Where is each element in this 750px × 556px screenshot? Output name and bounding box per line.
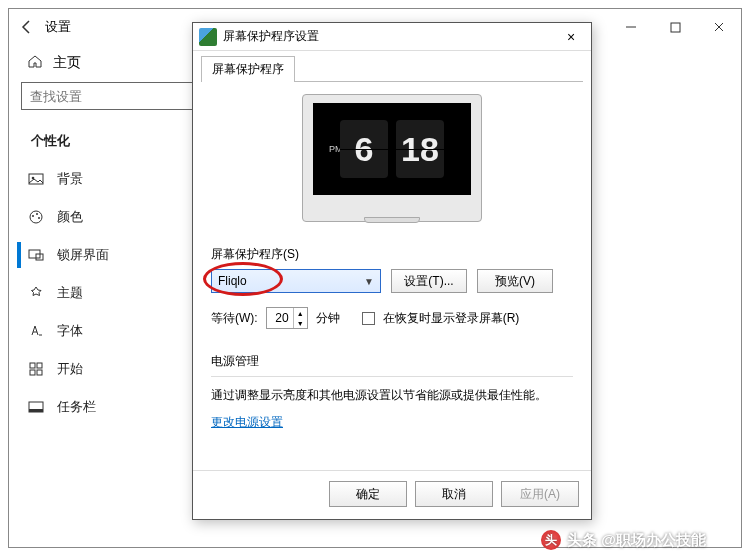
svg-point-5 <box>36 213 38 215</box>
svg-rect-0 <box>671 23 680 32</box>
arrow-left-icon <box>19 19 35 35</box>
saver-settings-button[interactable]: 设置(T)... <box>391 269 467 293</box>
maximize-icon <box>670 22 681 33</box>
svg-point-6 <box>38 217 40 219</box>
wait-value: 20 <box>267 308 293 328</box>
ok-button[interactable]: 确定 <box>329 481 407 507</box>
maximize-button[interactable] <box>653 9 697 45</box>
taskbar-icon <box>27 398 45 416</box>
tabbar: 屏幕保护程序 <box>193 51 591 81</box>
sidebar-item-label: 任务栏 <box>57 398 96 416</box>
svg-rect-12 <box>37 370 42 375</box>
svg-rect-9 <box>30 363 35 368</box>
monitor-stand <box>364 217 420 223</box>
dialog-close-button[interactable]: × <box>557 26 585 48</box>
sidebar-item-label: 锁屏界面 <box>57 246 109 264</box>
home-icon <box>27 53 43 72</box>
image-icon <box>27 170 45 188</box>
minimize-button[interactable] <box>609 9 653 45</box>
saver-group: 屏幕保护程序(S) Fliqlo ▼ 设置(T)... 预览(V) 等待(W):… <box>211 246 573 329</box>
svg-rect-10 <box>37 363 42 368</box>
wait-label: 等待(W): <box>211 310 258 327</box>
wait-spinner[interactable]: 20 ▲▼ <box>266 307 308 329</box>
lockscreen-icon <box>27 246 45 264</box>
saver-row: Fliqlo ▼ 设置(T)... 预览(V) <box>211 269 573 293</box>
sidebar-item-label: 背景 <box>57 170 83 188</box>
tab-screensaver[interactable]: 屏幕保护程序 <box>201 56 295 82</box>
flip-minute: 18 <box>396 120 444 178</box>
close-button[interactable] <box>697 9 741 45</box>
font-icon <box>27 322 45 340</box>
flip-hour: 6 <box>340 120 388 178</box>
home-label: 主页 <box>53 54 81 72</box>
back-button[interactable] <box>9 9 45 45</box>
watermark: 头 头条 @职场办公技能 <box>541 530 706 550</box>
sidebar-item-label: 颜色 <box>57 208 83 226</box>
close-icon <box>713 21 725 33</box>
svg-rect-11 <box>30 370 35 375</box>
sidebar-item-label: 主题 <box>57 284 83 302</box>
saver-combo-wrap: Fliqlo ▼ <box>211 269 381 293</box>
watermark-icon: 头 <box>541 530 561 550</box>
apply-button[interactable]: 应用(A) <box>501 481 579 507</box>
minimize-icon <box>625 21 637 33</box>
dialog-titlebar: 屏幕保护程序设置 × <box>193 23 591 51</box>
sidebar-item-label: 开始 <box>57 360 83 378</box>
power-text: 通过调整显示亮度和其他电源设置以节省能源或提供最佳性能。 <box>211 387 573 404</box>
power-group: 电源管理 通过调整显示亮度和其他电源设置以节省能源或提供最佳性能。 更改电源设置 <box>211 347 573 431</box>
separator <box>211 376 573 377</box>
wait-unit: 分钟 <box>316 310 340 327</box>
power-title: 电源管理 <box>211 353 573 370</box>
window-title: 设置 <box>45 18 71 36</box>
start-icon <box>27 360 45 378</box>
tab-body: PM 6 18 屏幕保护程序(S) Fliqlo ▼ 设置(T)... 预览(V… <box>201 81 583 470</box>
saver-combobox[interactable]: Fliqlo ▼ <box>211 269 381 293</box>
chevron-up-icon: ▲ <box>294 308 307 318</box>
saver-preview-button[interactable]: 预览(V) <box>477 269 553 293</box>
sidebar-item-label: 字体 <box>57 322 83 340</box>
theme-icon <box>27 284 45 302</box>
saver-group-label: 屏幕保护程序(S) <box>211 246 573 263</box>
screensaver-dialog: 屏幕保护程序设置 × 屏幕保护程序 PM 6 18 屏幕保护程序(S) Fliq… <box>192 22 592 520</box>
chevron-down-icon: ▼ <box>294 318 307 328</box>
saver-combo-value: Fliqlo <box>218 274 247 288</box>
svg-rect-1 <box>29 174 43 184</box>
monitor-preview: PM 6 18 <box>302 94 482 222</box>
resume-label: 在恢复时显示登录屏幕(R) <box>383 310 520 327</box>
window-controls <box>609 9 741 45</box>
spinner-arrows[interactable]: ▲▼ <box>293 308 307 328</box>
watermark-text: 头条 @职场办公技能 <box>567 531 706 550</box>
preview-screen: PM 6 18 <box>313 103 471 195</box>
palette-icon <box>27 208 45 226</box>
dialog-app-icon <box>199 28 217 46</box>
power-settings-link[interactable]: 更改电源设置 <box>211 414 283 431</box>
svg-point-4 <box>32 215 34 217</box>
chevron-down-icon: ▼ <box>364 276 374 287</box>
dialog-title: 屏幕保护程序设置 <box>223 28 319 45</box>
svg-rect-14 <box>29 409 43 412</box>
resume-checkbox[interactable] <box>362 312 375 325</box>
svg-point-3 <box>30 211 42 223</box>
cancel-button[interactable]: 取消 <box>415 481 493 507</box>
dialog-buttons: 确定 取消 应用(A) <box>193 470 591 519</box>
wait-row: 等待(W): 20 ▲▼ 分钟 在恢复时显示登录屏幕(R) <box>211 307 573 329</box>
